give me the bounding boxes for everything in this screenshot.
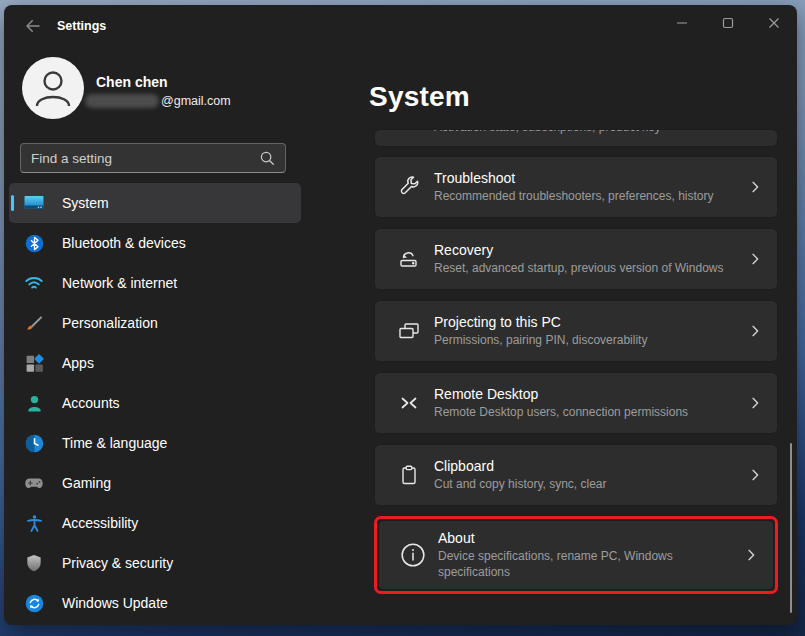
item-title: About — [438, 530, 740, 546]
sidebar-item-label: Network & internet — [62, 275, 177, 291]
email-suffix: @gmail.com — [161, 94, 231, 108]
sidebar-item-windows-update[interactable]: Windows Update — [9, 583, 301, 623]
settings-item-partial[interactable]: Activation state, subscriptions, product… — [374, 129, 778, 147]
search-input[interactable] — [31, 144, 251, 172]
item-subtitle: Device specifications, rename PC, Window… — [438, 548, 740, 580]
sidebar-item-label: Apps — [62, 355, 94, 371]
settings-item-remote-desktop[interactable]: Remote Desktop Remote Desktop users, con… — [374, 372, 778, 434]
sidebar-item-label: Gaming — [62, 475, 111, 491]
apps-grid-icon — [22, 351, 46, 375]
shield-icon — [22, 551, 46, 575]
avatar — [22, 57, 84, 119]
wrench-icon — [396, 174, 422, 200]
paintbrush-icon — [22, 311, 46, 335]
profile-name: Chen chen — [96, 74, 168, 90]
remote-desktop-icon — [396, 390, 422, 416]
maximize-button[interactable] — [705, 5, 751, 41]
clock-icon — [22, 431, 46, 455]
recovery-icon — [396, 246, 422, 272]
chevron-right-icon — [743, 547, 759, 563]
wifi-icon — [22, 271, 46, 295]
sidebar-item-bluetooth-devices[interactable]: Bluetooth & devices — [9, 223, 301, 263]
accessibility-person-icon — [22, 511, 46, 535]
item-title: Projecting to this PC — [434, 314, 647, 330]
chevron-right-icon — [747, 251, 763, 267]
search-icon[interactable] — [258, 149, 276, 167]
item-subtitle: Reset, advanced startup, previous versio… — [434, 260, 723, 276]
update-sync-icon — [22, 591, 46, 615]
desktop-background: Settings — [0, 0, 805, 636]
email-redacted-blur — [85, 94, 159, 108]
search-box — [20, 143, 286, 173]
window-controls — [659, 5, 797, 41]
clipboard-icon — [396, 462, 422, 488]
scrollbar-thumb[interactable] — [790, 443, 792, 613]
settings-item-about[interactable]: About Device specifications, rename PC, … — [378, 520, 774, 590]
close-icon — [768, 17, 780, 29]
item-title: Recovery — [434, 242, 723, 258]
item-title: Remote Desktop — [434, 386, 688, 402]
chevron-right-icon — [747, 395, 763, 411]
item-title: Clipboard — [434, 458, 607, 474]
user-profile[interactable]: Chen chen @gmail.com — [22, 57, 322, 127]
sidebar-item-label: Privacy & security — [62, 555, 173, 571]
item-subtitle: Recommended troubleshooters, preferences… — [434, 188, 713, 204]
chevron-right-icon — [747, 179, 763, 195]
sidebar-item-label: Windows Update — [62, 595, 168, 611]
back-button[interactable] — [16, 11, 50, 41]
sidebar-item-network-internet[interactable]: Network & internet — [9, 263, 301, 303]
close-button[interactable] — [751, 5, 797, 41]
sidebar-item-label: Time & language — [62, 435, 167, 451]
window-title: Settings — [57, 19, 106, 33]
item-subtitle: Cut and copy history, sync, clear — [434, 476, 607, 492]
sidebar-item-accounts[interactable]: Accounts — [9, 383, 301, 423]
back-arrow-icon — [24, 17, 42, 35]
partial-subtitle: Activation state, subscriptions, product… — [434, 129, 661, 135]
settings-window: Settings — [4, 5, 797, 625]
maximize-icon — [722, 17, 734, 29]
sidebar-item-system[interactable]: System — [9, 183, 301, 223]
settings-item-recovery[interactable]: Recovery Reset, advanced startup, previo… — [374, 228, 778, 290]
minimize-button[interactable] — [659, 5, 705, 41]
sidebar-item-apps[interactable]: Apps — [9, 343, 301, 383]
sidebar-item-label: Accessibility — [62, 515, 138, 531]
settings-item-clipboard[interactable]: Clipboard Cut and copy history, sync, cl… — [374, 444, 778, 506]
sidebar-item-privacy-security[interactable]: Privacy & security — [9, 543, 301, 583]
sidebar-item-gaming[interactable]: Gaming — [9, 463, 301, 503]
sidebar-item-time-language[interactable]: Time & language — [9, 423, 301, 463]
accounts-person-icon — [22, 391, 46, 415]
profile-email: @gmail.com — [85, 94, 231, 108]
system-icon — [22, 191, 46, 215]
minimize-icon — [676, 17, 688, 29]
item-subtitle: Permissions, pairing PIN, discoverabilit… — [434, 332, 647, 348]
titlebar: Settings — [4, 5, 797, 45]
settings-item-projecting[interactable]: Projecting to this PC Permissions, pairi… — [374, 300, 778, 362]
bluetooth-icon — [22, 231, 46, 255]
chevron-right-icon — [747, 467, 763, 483]
sidebar-nav: System Bluetooth & devices — [9, 183, 301, 623]
settings-list: Activation state, subscriptions, product… — [374, 129, 778, 594]
projecting-monitors-icon — [396, 318, 422, 344]
sidebar-item-personalization[interactable]: Personalization — [9, 303, 301, 343]
sidebar-item-label: Bluetooth & devices — [62, 235, 186, 251]
sidebar-item-label: System — [62, 195, 109, 211]
info-icon — [400, 542, 426, 568]
highlight-rectangle: About Device specifications, rename PC, … — [374, 516, 778, 594]
item-subtitle: Remote Desktop users, connection permiss… — [434, 404, 688, 420]
gamepad-icon — [22, 471, 46, 495]
item-title: Troubleshoot — [434, 170, 713, 186]
sidebar-item-accessibility[interactable]: Accessibility — [9, 503, 301, 543]
page-title: System — [369, 81, 470, 113]
settings-item-troubleshoot[interactable]: Troubleshoot Recommended troubleshooters… — [374, 156, 778, 218]
sidebar-item-label: Personalization — [62, 315, 158, 331]
sidebar-item-label: Accounts — [62, 395, 120, 411]
chevron-right-icon — [747, 323, 763, 339]
selected-indicator — [11, 195, 14, 211]
